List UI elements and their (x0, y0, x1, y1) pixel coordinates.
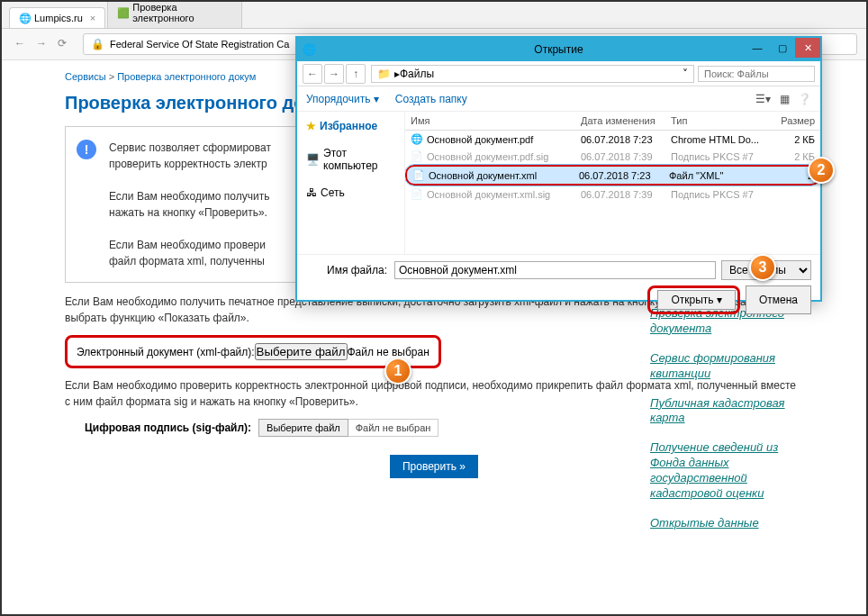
search-input[interactable] (698, 66, 815, 82)
xml-field-highlight: Электронный документ (xml-файл): Выберит… (65, 335, 441, 368)
dropdown-icon[interactable]: ▾ (717, 294, 722, 306)
help-icon[interactable]: ❔ (798, 93, 811, 105)
browser-tabs: 🌐 Lumpics.ru × 🟩 Проверка электронного (2, 2, 866, 29)
col-type[interactable]: Тип (671, 115, 770, 126)
organize-button[interactable]: Упорядочить ▾ (306, 93, 379, 105)
badge-3: 3 (749, 254, 776, 281)
xml-label: Электронный документ (xml-файл): (77, 346, 255, 358)
pdf-icon: 🌐 (411, 133, 423, 145)
breadcrumb-current[interactable]: Проверка электронного докум (117, 71, 256, 82)
file-row-pdfsig[interactable]: 📄Основной документ.pdf.sig 06.07.2018 7:… (405, 148, 820, 165)
sidebar-link-2[interactable]: Публичная кадастровая карта (650, 396, 803, 427)
xml-icon: 📄 (412, 169, 425, 181)
maximize-button[interactable]: ▢ (770, 38, 795, 58)
xml-status: Файл не выбран (348, 346, 429, 358)
file-headers[interactable]: Имя Дата изменения Тип Размер (405, 112, 820, 131)
sidebar-link-1[interactable]: Сервис формирования квитанции (650, 351, 803, 382)
info-icon: ! (77, 140, 96, 159)
browser-tab-2[interactable]: 🟩 Проверка электронного (107, 0, 242, 28)
close-icon[interactable]: × (90, 13, 95, 23)
tab-label: Проверка электронного (132, 2, 232, 23)
chrome-icon: 🌐 (303, 43, 315, 56)
open-button-highlight: Открыть ▾ (647, 285, 739, 314)
forward-icon[interactable]: → (36, 37, 50, 51)
newfolder-button[interactable]: Создать папку (395, 93, 467, 105)
cancel-button[interactable]: Отмена (746, 285, 811, 314)
sidebar-thispc[interactable]: 🖥️Этот компьютер (303, 144, 399, 175)
sig-status: Файл не выбран (348, 419, 439, 437)
url-text: Federal Service Of State Registration Ca (110, 39, 289, 50)
nav-up-icon[interactable]: ↑ (346, 64, 366, 84)
chevron-down-icon[interactable]: ˅ (683, 68, 688, 80)
sig-icon: 📄 (411, 150, 423, 162)
sidebar-link-4[interactable]: Открытые данные (650, 516, 803, 531)
col-date[interactable]: Дата изменения (581, 115, 671, 126)
file-list: Имя Дата изменения Тип Размер 🌐Основной … (405, 112, 820, 254)
dialog-nav: ← → ↑ 📁 ▸ Файлы ˅ (297, 61, 820, 86)
sidebar-link-3[interactable]: Получение сведений из Фонда данных госуд… (650, 440, 803, 502)
nav-forward-icon[interactable]: → (324, 64, 344, 84)
lock-icon: 🔒 (91, 38, 104, 50)
computer-icon: 🖥️ (306, 153, 320, 166)
sig-label: Цифровая подпись (sig-файл): (85, 421, 251, 434)
file-row-xmlsig[interactable]: 📄Основной документ.xml.sig 06.07.2018 7:… (405, 186, 820, 203)
sig-icon: 📄 (411, 188, 423, 200)
sidebar-network[interactable]: 🖧Сеть (303, 184, 399, 202)
dialog-sidebar: ★Избранное 🖥️Этот компьютер 🖧Сеть (297, 112, 405, 254)
dialog-titlebar[interactable]: 🌐 Открытие — ▢ ✕ (297, 38, 820, 61)
file-row-pdf[interactable]: 🌐Основной документ.pdf 06.07.2018 7:23 C… (405, 131, 820, 148)
choose-xml-button[interactable]: Выберите файл (255, 343, 348, 360)
tab-label: Lumpics.ru (34, 13, 83, 23)
favicon-icon: 🌐 (19, 13, 30, 23)
right-sidebar: Проверка электронного документа Сервис ф… (650, 306, 803, 546)
badge-2: 2 (808, 157, 835, 184)
favicon-icon: 🟩 (117, 7, 128, 18)
close-button[interactable]: ✕ (795, 38, 820, 58)
filename-input[interactable] (394, 261, 716, 279)
dialog-footer: Имя файла: Все файлы Открыть ▾ Отмена (297, 254, 820, 320)
sidebar-favorites[interactable]: ★Избранное (303, 117, 399, 135)
reload-icon[interactable]: ⟳ (58, 37, 72, 51)
back-icon[interactable]: ← (14, 37, 29, 51)
folder-icon: 📁 (377, 68, 391, 80)
breadcrumb-services[interactable]: Сервисы (65, 71, 106, 82)
path-input[interactable]: 📁 ▸ Файлы ˅ (371, 65, 694, 83)
browser-tab-1[interactable]: 🌐 Lumpics.ru × (9, 7, 105, 28)
badge-1: 1 (384, 358, 411, 385)
open-button[interactable]: Открыть ▾ (657, 290, 735, 310)
col-size[interactable]: Размер (770, 115, 815, 126)
file-row-xml-selected[interactable]: 📄Основной документ.xml 06.07.2018 7:23 Ф… (405, 165, 820, 186)
view-details-icon[interactable]: ▦ (780, 93, 790, 105)
dialog-toolbar: Упорядочить ▾ Создать папку ☰▾ ▦ ❔ (297, 86, 820, 112)
dialog-title-text: Открытие (297, 43, 820, 56)
col-name[interactable]: Имя (411, 115, 581, 126)
nav-back-icon[interactable]: ← (303, 64, 322, 84)
view-list-icon[interactable]: ☰▾ (755, 93, 771, 105)
filename-label: Имя файла: (306, 264, 387, 276)
verify-button[interactable]: Проверить » (390, 455, 478, 478)
choose-sig-button[interactable]: Выберите файл (258, 419, 348, 437)
network-icon: 🖧 (306, 186, 317, 199)
star-icon: ★ (306, 120, 316, 132)
minimize-button[interactable]: — (745, 38, 770, 58)
file-open-dialog: 🌐 Открытие — ▢ ✕ ← → ↑ 📁 ▸ Файлы ˅ Упоря… (295, 36, 822, 302)
